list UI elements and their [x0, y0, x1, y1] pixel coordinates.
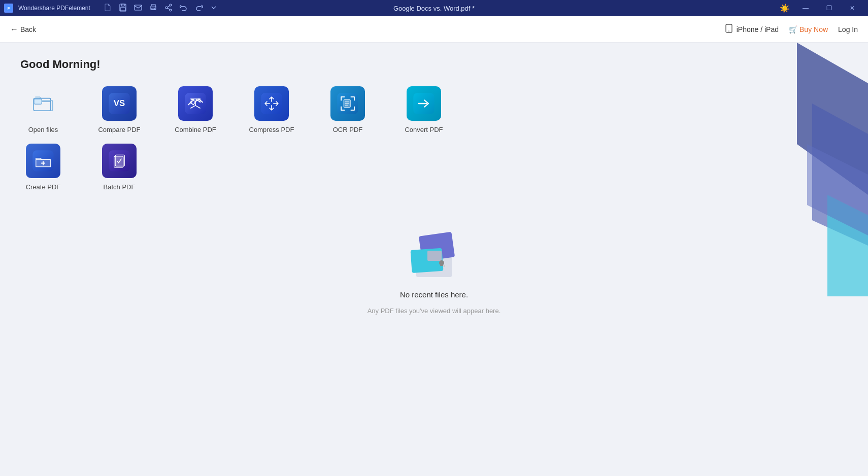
ocr-pdf-label: OCR PDF	[333, 126, 363, 133]
document-title: Google Docs vs. Word.pdf *	[291, 5, 578, 12]
minimize-button[interactable]: —	[794, 0, 817, 16]
weather-icon: ☀️	[780, 4, 790, 13]
svg-rect-4	[120, 8, 125, 11]
tools-row-1: Open files VS	[20, 86, 848, 133]
tool-ocr-pdf[interactable]: OCR PDF	[325, 86, 371, 133]
svg-rect-5	[135, 5, 142, 10]
no-recent-subtitle: Any PDF files you've viewed will appear …	[368, 307, 501, 315]
convert-pdf-label: Convert PDF	[405, 126, 443, 133]
save-icon[interactable]	[119, 4, 127, 13]
title-bar-left: F Wondershare PDFelement	[4, 4, 291, 13]
svg-rect-33	[427, 251, 442, 261]
svg-point-9	[165, 7, 168, 9]
window-controls: ☀️ — ❐ ✕	[577, 0, 864, 16]
app-name-label: Wondershare PDFelement	[18, 5, 90, 12]
greeting-text: Good Morning!	[20, 58, 848, 71]
svg-rect-7	[152, 8, 155, 10]
main-content: Good Morning!	[0, 43, 868, 476]
svg-point-8	[170, 4, 172, 6]
ocr-pdf-icon	[330, 86, 365, 121]
tool-create-pdf[interactable]: Create PDF	[20, 144, 66, 191]
iphone-ipad-button[interactable]: iPhone / iPad	[724, 24, 779, 35]
sub-header-right: iPhone / iPad 🛒 Buy Now Log In	[724, 24, 858, 35]
undo-icon[interactable]	[180, 4, 188, 13]
decorative-svg	[766, 43, 868, 296]
dropdown-icon[interactable]	[210, 4, 217, 13]
no-recent-illustration	[401, 221, 467, 282]
compare-pdf-label: Compare PDF	[98, 126, 140, 133]
recent-files-area: No recent files here. Any PDF files you'…	[20, 221, 848, 315]
batch-pdf-label: Batch PDF	[104, 183, 136, 191]
sub-header: ← Back iPhone / iPad 🛒 Buy Now Log In	[0, 16, 868, 43]
tool-compress-pdf[interactable]: Compress PDF	[249, 86, 294, 133]
svg-text:F: F	[8, 6, 10, 11]
svg-point-36	[443, 265, 445, 267]
share-icon[interactable]	[164, 4, 173, 13]
compress-pdf-icon	[254, 86, 289, 121]
create-pdf-icon	[26, 144, 60, 178]
tool-compare-pdf[interactable]: VS Compare PDF	[96, 86, 142, 133]
tool-combine-pdf[interactable]: Combine PDF	[173, 86, 218, 133]
tools-section: Open files VS	[20, 86, 848, 191]
buy-now-button[interactable]: 🛒 Buy Now	[789, 25, 828, 33]
tool-convert-pdf[interactable]: Convert PDF	[401, 86, 447, 133]
svg-point-37	[446, 266, 448, 268]
svg-rect-35	[440, 263, 443, 266]
close-button[interactable]: ✕	[841, 0, 864, 16]
toolbar-icons	[104, 4, 217, 13]
svg-rect-15	[35, 99, 41, 104]
tool-batch-pdf[interactable]: Batch PDF	[96, 144, 142, 191]
svg-point-10	[170, 9, 172, 11]
ipad-icon	[724, 24, 733, 35]
cart-icon: 🛒	[789, 25, 797, 33]
buy-now-label: Buy Now	[799, 25, 828, 33]
tools-row-2: Create PDF	[20, 144, 848, 191]
compare-pdf-icon: VS	[102, 86, 137, 121]
combine-pdf-icon	[178, 86, 213, 121]
convert-pdf-icon	[407, 86, 441, 121]
decorative-triangles	[766, 43, 868, 296]
back-arrow-icon: ←	[10, 25, 18, 34]
content-area: Good Morning!	[0, 43, 868, 476]
open-files-icon	[26, 86, 60, 121]
open-files-label: Open files	[28, 126, 58, 133]
log-in-button[interactable]: Log In	[838, 25, 858, 33]
create-pdf-label: Create PDF	[26, 183, 61, 191]
compress-pdf-label: Compress PDF	[249, 126, 294, 133]
app-logo: F	[4, 4, 13, 13]
tool-open-files[interactable]: Open files	[20, 86, 66, 133]
new-file-icon[interactable]	[104, 4, 112, 13]
svg-rect-3	[121, 4, 124, 6]
svg-text:VS: VS	[114, 98, 125, 108]
back-label: Back	[20, 25, 36, 33]
email-icon[interactable]	[134, 4, 142, 13]
batch-pdf-icon	[102, 144, 137, 178]
print-icon[interactable]	[149, 4, 157, 13]
svg-rect-19	[261, 93, 282, 114]
title-bar: F Wondershare PDFelement	[0, 0, 868, 16]
iphone-ipad-label: iPhone / iPad	[737, 25, 779, 33]
log-in-label: Log In	[838, 25, 858, 33]
maximize-button[interactable]: ❐	[817, 0, 841, 16]
no-recent-title: No recent files here.	[400, 290, 468, 299]
back-button[interactable]: ← Back	[10, 25, 36, 34]
combine-pdf-label: Combine PDF	[175, 126, 216, 133]
redo-icon[interactable]	[195, 4, 203, 13]
